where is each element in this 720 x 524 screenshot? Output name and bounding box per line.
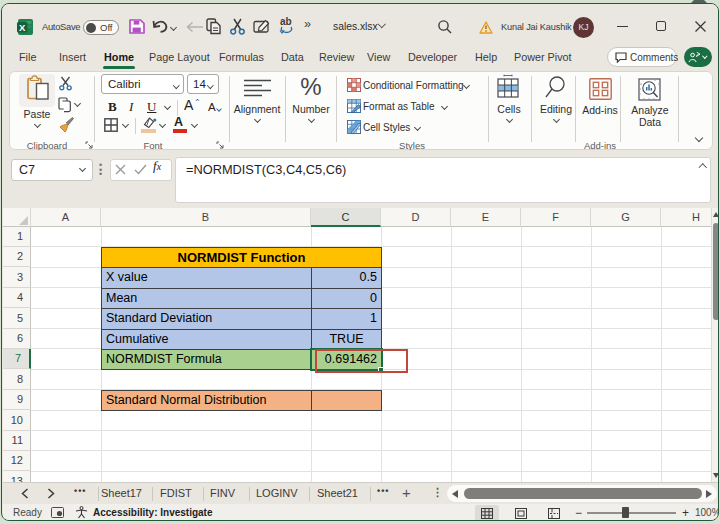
- svg-text:X: X: [19, 22, 26, 33]
